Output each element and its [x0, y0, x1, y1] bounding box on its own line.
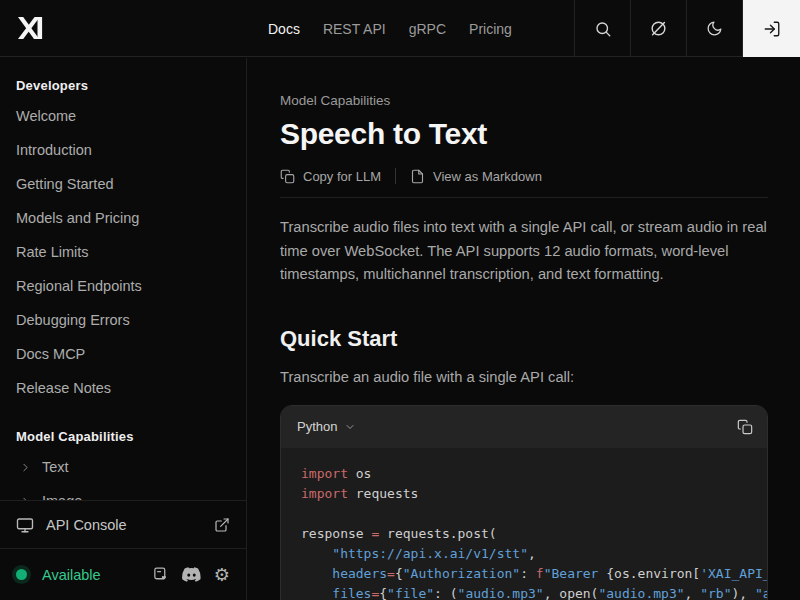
- sidebar-item-label: Regional Endpoints: [16, 278, 142, 294]
- xai-logo[interactable]: [0, 0, 200, 56]
- sidebar: DevelopersWelcomeIntroductionGetting Sta…: [0, 58, 247, 600]
- code-line: [301, 504, 747, 524]
- view-as-markdown-label: View as Markdown: [433, 169, 542, 184]
- external-link-icon: [214, 517, 230, 533]
- sidebar-item-label: Getting Started: [16, 176, 114, 192]
- nav-link-pricing[interactable]: Pricing: [469, 21, 512, 37]
- page-title: Speech to Text: [280, 117, 768, 151]
- topnav-links: DocsREST APIgRPCPricing: [268, 0, 512, 57]
- nav-link-rest-api[interactable]: REST API: [323, 21, 386, 37]
- sidebar-item-label: Rate Limits: [16, 244, 89, 260]
- sidebar-item-welcome[interactable]: Welcome: [16, 99, 230, 133]
- sidebar-item-image[interactable]: Image: [16, 484, 230, 500]
- code-line: headers={"Authorization": f"Bearer {os.e…: [301, 564, 747, 584]
- topnav-icon-buttons: [574, 0, 800, 57]
- sidebar-item-docs-mcp[interactable]: Docs MCP: [16, 337, 230, 371]
- status-label[interactable]: Available: [42, 567, 140, 583]
- language-select[interactable]: Python: [297, 419, 356, 434]
- code-line: import os: [301, 464, 747, 484]
- sidebar-item-label: Image: [42, 493, 82, 500]
- status-dot: [16, 569, 27, 580]
- copy-for-llm-button[interactable]: Copy for LLM: [280, 169, 381, 184]
- breadcrumb: Model Capabilities: [280, 93, 768, 108]
- moon-icon: [706, 20, 723, 37]
- sidebar-item-label: Models and Pricing: [16, 210, 139, 226]
- sidebar-item-text[interactable]: Text: [16, 450, 230, 484]
- quick-start-description: Transcribe an audio file with a single A…: [280, 369, 768, 385]
- api-console-link[interactable]: API Console: [0, 500, 246, 548]
- status-bar: Available ⚙: [0, 548, 246, 600]
- theme-toggle-button[interactable]: [686, 0, 742, 57]
- grok-button[interactable]: [630, 0, 686, 57]
- page-actions: Copy for LLM View as Markdown: [280, 168, 768, 184]
- search-icon: [594, 20, 612, 38]
- quick-start-heading: Quick Start: [280, 326, 768, 352]
- grok-circle-slash-icon: [649, 19, 668, 38]
- nav-link-grpc[interactable]: gRPC: [409, 21, 446, 37]
- copy-code-button[interactable]: [737, 419, 753, 435]
- code-line: import requests: [301, 484, 747, 504]
- sidebar-item-regional-endpoints[interactable]: Regional Endpoints: [16, 269, 230, 303]
- sidebar-nav: DevelopersWelcomeIntroductionGetting Sta…: [0, 58, 246, 500]
- search-button[interactable]: [574, 0, 630, 57]
- log-in-icon: [763, 20, 781, 38]
- app-root: DocsREST APIgRPCPricing: [0, 0, 800, 600]
- topnav: DocsREST APIgRPCPricing: [0, 0, 800, 57]
- content-divider: [280, 197, 768, 198]
- api-console-label: API Console: [46, 517, 202, 533]
- sidebar-item-introduction[interactable]: Introduction: [16, 133, 230, 167]
- code-line: response = requests.post(: [301, 524, 747, 544]
- copy-for-llm-label: Copy for LLM: [303, 169, 381, 184]
- code-line: "https://api.x.ai/v1/stt",: [301, 544, 747, 564]
- nav-link-docs[interactable]: Docs: [268, 21, 300, 37]
- copy-icon: [737, 419, 753, 435]
- actions-divider: [395, 168, 396, 184]
- feedback-icon[interactable]: [152, 566, 169, 583]
- sidebar-section-heading-developers: Developers: [16, 78, 230, 93]
- sidebar-item-label: Welcome: [16, 108, 76, 124]
- intro-paragraph: Transcribe audio files into text with a …: [280, 216, 768, 287]
- view-as-markdown-button[interactable]: View as Markdown: [410, 169, 542, 184]
- markdown-file-icon: [410, 169, 425, 184]
- code-block: Python import osimport requests response…: [280, 405, 768, 600]
- sign-in-button[interactable]: [742, 0, 800, 57]
- code-block-header: Python: [281, 406, 767, 448]
- chevron-right-icon: [19, 461, 32, 474]
- status-icons: ⚙: [152, 566, 230, 584]
- sidebar-item-debugging-errors[interactable]: Debugging Errors: [16, 303, 230, 337]
- sidebar-item-label: Release Notes: [16, 380, 111, 396]
- sidebar-item-getting-started[interactable]: Getting Started: [16, 167, 230, 201]
- discord-icon[interactable]: [182, 567, 201, 582]
- language-select-value: Python: [297, 419, 337, 434]
- xai-logo-icon: [16, 15, 44, 41]
- copy-icon: [280, 169, 295, 184]
- sidebar-item-release-notes[interactable]: Release Notes: [16, 371, 230, 405]
- monitor-icon: [16, 516, 34, 534]
- sidebar-item-label: Docs MCP: [16, 346, 85, 362]
- sidebar-item-rate-limits[interactable]: Rate Limits: [16, 235, 230, 269]
- main-content: Model Capabilities Speech to Text Copy f…: [248, 58, 800, 600]
- sidebar-item-label: Debugging Errors: [16, 312, 130, 328]
- code-content[interactable]: import osimport requests response = requ…: [281, 448, 767, 600]
- sidebar-item-models-and-pricing[interactable]: Models and Pricing: [16, 201, 230, 235]
- chevron-down-icon: [344, 421, 356, 433]
- sidebar-item-label: Text: [42, 459, 69, 475]
- code-line: files={"file": ("audio.mp3", open("audio…: [301, 584, 747, 600]
- settings-gear-icon[interactable]: ⚙: [214, 566, 230, 584]
- sidebar-item-label: Introduction: [16, 142, 92, 158]
- sidebar-section-heading-model-capabilities: Model Capabilities: [16, 429, 230, 444]
